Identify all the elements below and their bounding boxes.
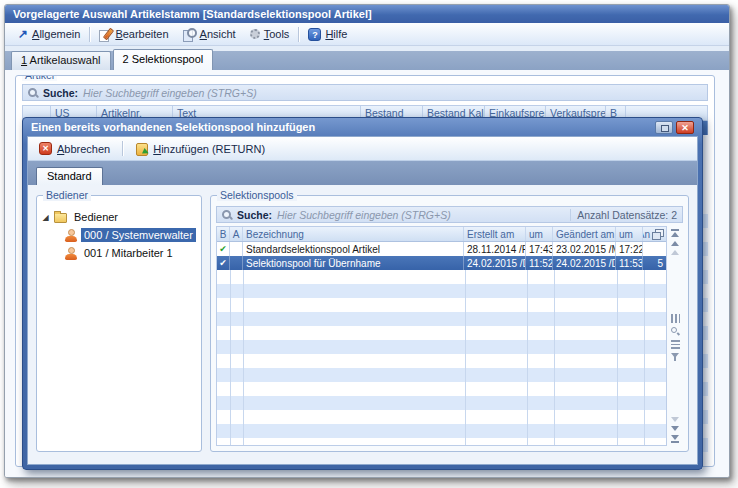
menu-separator — [298, 27, 299, 42]
pools-empty-rows[interactable] — [217, 270, 666, 445]
filter-icon[interactable] — [671, 353, 679, 358]
hinzufuegen-button[interactable]: Hinzufügen (RETURN) — [130, 141, 270, 156]
view-magnifier-icon — [183, 28, 196, 41]
abbrechen-button[interactable]: ✕ Abbrechen — [34, 141, 115, 156]
column-chooser-icon[interactable] — [652, 229, 663, 239]
pools-col-um-1[interactable]: um — [526, 227, 553, 241]
row-geaendert-um: 17:22 — [616, 242, 643, 256]
artikel-group-label: Artikel — [22, 75, 57, 81]
page-up-icon[interactable] — [671, 250, 679, 255]
dialog-tab-strip: Standard — [28, 161, 697, 185]
table-row-selected[interactable]: ✔ Selektionspool für Übernhame 24.02.201… — [217, 256, 666, 270]
menu-tools-label: Tools — [264, 28, 290, 40]
tree-expand-icon[interactable]: ◢ — [41, 213, 50, 222]
main-content: Artikel Suche: Hier Suchbegriff eingeben… — [5, 70, 729, 477]
pools-col-b[interactable]: B — [217, 227, 230, 241]
dialog-title: Einen bereits vorhandenen Selektionspool… — [31, 121, 652, 133]
pools-table-header: B A Bezeichnung Erstellt am um Geändert … — [217, 227, 666, 242]
search-icon — [28, 88, 38, 98]
sort-icon[interactable] — [671, 340, 680, 349]
menu-tools[interactable]: Tools — [243, 23, 297, 45]
row-erstellt-am: 24.02.2015 /Di — [464, 256, 526, 270]
pools-col-an[interactable]: An — [643, 227, 666, 241]
menu-hilfe-label: Hilfe — [325, 28, 347, 40]
tree-item-mitarbeiter[interactable]: 001 / Mitarbeiter 1 — [65, 244, 197, 262]
tree-item-systemverwalter[interactable]: 000 / Systemverwalter — [65, 226, 197, 244]
menu-allgemein-label: Allgemein — [32, 28, 80, 40]
scroll-up-icon[interactable] — [671, 241, 679, 246]
edit-icon — [99, 28, 111, 41]
scroll-down-icon[interactable] — [671, 426, 679, 431]
menu-ansicht[interactable]: Ansicht — [176, 23, 243, 45]
row-erstellt-am: 28.11.2014 /Fr — [464, 242, 526, 256]
scroll-to-bottom-icon[interactable] — [671, 435, 679, 443]
row-erstellt-um: 11:52 — [526, 256, 553, 270]
row-geaendert-am: 23.02.2015 /Mo — [553, 242, 616, 256]
table-row[interactable]: ✔ Standardselektionspool Artikel 28.11.2… — [217, 242, 666, 256]
person-icon — [65, 247, 77, 260]
pools-search-bar[interactable]: Suche: Hier Suchbegriff eingeben (STRG+S… — [216, 206, 683, 223]
tree-children: 000 / Systemverwalter 001 / Mitarbeiter … — [65, 226, 197, 262]
menu-hilfe[interactable]: ? Hilfe — [301, 23, 354, 45]
selektionspools-groupbox: Selektionspools Suche: Hier Suchbegriff … — [210, 195, 689, 452]
tab-standard[interactable]: Standard — [36, 167, 103, 185]
row-bezeichnung: Selektionspool für Übernhame — [243, 256, 464, 270]
menu-allgemein[interactable]: ↗ Allgemein — [11, 23, 87, 45]
bediener-groupbox: Bediener ◢ Bediener 000 / Systemverwalte… — [36, 195, 202, 452]
row-erstellt-um: 17:43 — [526, 242, 553, 256]
window-titlebar[interactable]: Vorgelagerte Auswahl Artikelstamm [Stand… — [5, 5, 729, 23]
add-icon — [135, 142, 148, 155]
table-search-icon[interactable] — [671, 327, 680, 336]
tree-item-label: 000 / Systemverwalter — [81, 228, 196, 242]
tab-selektionspool[interactable]: 2 Selektionspool — [113, 49, 214, 70]
pools-col-um-2[interactable]: um — [616, 227, 643, 241]
pools-search-placeholder: Hier Suchbegriff eingeben (STRG+S) — [277, 209, 451, 221]
window-title: Vorgelagerte Auswahl Artikelstamm [Stand… — [13, 8, 372, 20]
help-icon: ? — [308, 28, 321, 41]
page-down-icon[interactable] — [671, 417, 679, 422]
tree-root-bediener[interactable]: ◢ Bediener — [41, 208, 197, 226]
row-check-icon: ✔ — [217, 242, 230, 256]
artikel-search-placeholder: Hier Suchbegriff eingeben (STRG+S) — [83, 87, 257, 99]
add-selektionspool-dialog: Einen bereits vorhandenen Selektionspool… — [22, 117, 703, 470]
artikel-search-bar[interactable]: Suche: Hier Suchbegriff eingeben (STRG+S… — [22, 84, 708, 101]
row-an — [643, 242, 666, 256]
pools-table: B A Bezeichnung Erstellt am um Geändert … — [216, 226, 683, 446]
tab-artikelauswahl[interactable]: 1 Artikelauswahl — [11, 51, 111, 70]
folder-icon — [54, 213, 67, 223]
freeze-columns-icon[interactable] — [671, 314, 680, 323]
pools-col-bezeichnung[interactable]: Bezeichnung — [243, 227, 464, 241]
gear-icon — [250, 29, 260, 39]
pools-search-label: Suche: — [237, 209, 272, 221]
scroll-to-top-icon[interactable] — [671, 229, 679, 237]
tree-root-label: Bediener — [71, 210, 121, 224]
toolbar-separator — [122, 141, 123, 156]
dialog-titlebar[interactable]: Einen bereits vorhandenen Selektionspool… — [27, 118, 698, 136]
cancel-icon: ✕ — [39, 142, 52, 155]
pools-col-erstellt-am[interactable]: Erstellt am — [464, 227, 526, 241]
main-tab-strip: 1 Artikelauswahl 2 Selektionspool — [5, 46, 729, 70]
menu-bearbeiten-label: Bearbeiten — [115, 28, 168, 40]
menu-bearbeiten[interactable]: Bearbeiten — [92, 23, 175, 45]
row-an: 5 — [643, 256, 666, 270]
artikel-search-label: Suche: — [43, 87, 78, 99]
menu-ansicht-label: Ansicht — [200, 28, 236, 40]
person-icon — [65, 229, 77, 242]
dialog-content: Bediener ◢ Bediener 000 / Systemverwalte… — [28, 185, 697, 464]
screen: Vorgelagerte Auswahl Artikelstamm [Stand… — [0, 0, 738, 488]
bediener-group-label: Bediener — [43, 189, 91, 201]
table-nav-strip — [667, 226, 683, 446]
row-check-icon: ✔ — [217, 256, 230, 270]
menu-separator — [89, 27, 90, 42]
selektionspools-group-label: Selektionspools — [217, 189, 297, 201]
search-icon — [222, 210, 232, 220]
row-geaendert-am: 24.02.2015 /Di — [553, 256, 616, 270]
close-button[interactable]: ✕ — [676, 121, 694, 134]
menu-bar: ↗ Allgemein Bearbeiten Ansicht Tools ? H… — [5, 23, 729, 46]
maximize-button[interactable] — [655, 121, 673, 134]
pools-col-geaendert-am[interactable]: Geändert am — [553, 227, 616, 241]
record-count: Anzahl Datensätze: 2 — [570, 209, 677, 221]
dialog-toolbar: ✕ Abbrechen Hinzufügen (RETURN) — [28, 137, 697, 161]
pools-col-a[interactable]: A — [230, 227, 243, 241]
hinzufuegen-label: Hinzufügen (RETURN) — [153, 143, 265, 155]
